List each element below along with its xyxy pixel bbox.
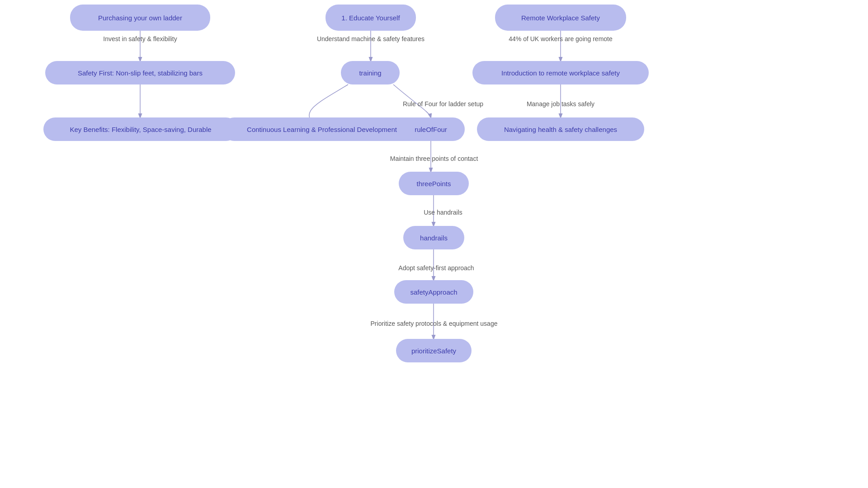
node-safety-first: Safety First: Non-slip feet, stabilizing… <box>45 61 235 84</box>
label-maintain-three: Maintain three points of contact <box>371 155 497 162</box>
label-uk-workers: 44% of UK workers are going remote <box>491 35 631 42</box>
diagram-container: Purchasing your own ladder Invest in saf… <box>0 0 868 488</box>
node-rule-of-four: ruleOfFour <box>397 117 465 141</box>
node-handrails: handrails <box>403 226 464 249</box>
node-three-points: threePoints <box>399 172 469 195</box>
node-remote-workplace: Remote Workplace Safety <box>495 5 626 31</box>
label-invest-safety: Invest in safety & flexibility <box>70 35 210 42</box>
node-educate-yourself: 1. Educate Yourself <box>326 5 416 31</box>
node-key-benefits: Key Benefits: Flexibility, Space-saving,… <box>43 117 238 141</box>
node-intro-remote: Introduction to remote workplace safety <box>472 61 649 84</box>
label-manage-job: Manage job tasks safely <box>495 100 626 108</box>
node-safety-approach: safetyApproach <box>394 280 473 304</box>
node-continuous-learning: Continuous Learning & Professional Devel… <box>222 117 421 141</box>
node-purchasing-ladder: Purchasing your own ladder <box>70 5 210 31</box>
label-adopt-safety: Adopt safety-first approach <box>371 264 502 272</box>
label-rule-of-four: Rule of Four for ladder setup <box>380 100 506 108</box>
label-understand-machine: Understand machine & safety features <box>281 35 460 42</box>
node-navigating-health: Navigating health & safety challenges <box>477 117 644 141</box>
label-use-handrails: Use handrails <box>398 209 488 216</box>
node-prioritize-safety: prioritizeSafety <box>396 339 472 362</box>
node-training: training <box>341 61 400 84</box>
label-prioritize-protocols: Prioritize safety protocols & equipment … <box>344 320 524 327</box>
